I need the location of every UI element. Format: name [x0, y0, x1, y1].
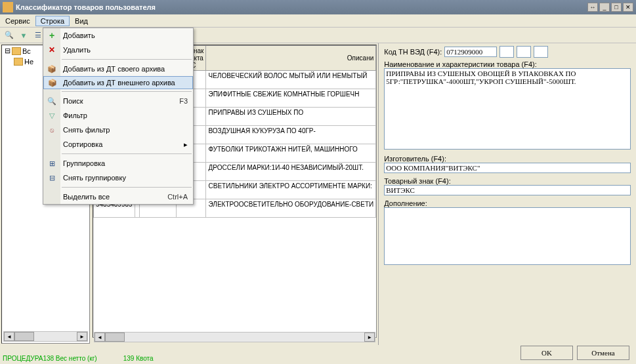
menu-item[interactable]: 🔍ПоискF3	[43, 94, 193, 108]
menu-item[interactable]: ✕Удалить	[43, 43, 193, 57]
folder-icon	[14, 58, 23, 66]
grid-scrollbar[interactable]: ◄ ►	[94, 332, 375, 342]
folder-icon	[12, 47, 21, 55]
menu-item-label: Сортировка	[63, 140, 102, 148]
menu-item[interactable]: ⍉Снять фильтр	[43, 123, 193, 137]
status-left: ПРОЦЕДУРА138 Вес нетто (кг)	[3, 355, 97, 364]
status-bar: ПРОЦЕДУРА138 Вес нетто (кг) 139 Квота	[0, 355, 636, 364]
menu-item[interactable]: 📦Добавить из ДТ внешнего архива	[43, 76, 193, 89]
plus-icon: +	[47, 30, 57, 41]
menu-item[interactable]: ⊞Группировка	[43, 156, 193, 171]
scroll-thumb[interactable]	[105, 333, 125, 342]
context-menu: +Добавить✕Удалить📦Добавить из ДТ своего …	[43, 28, 194, 205]
menu-item[interactable]: 📦Добавить из ДТ своего архива	[43, 62, 193, 76]
menu-view[interactable]: Вид	[70, 16, 93, 26]
add-textarea[interactable]	[384, 207, 631, 265]
menu-item-label: Снять фильтр	[63, 126, 110, 134]
toolbar-search-icon[interactable]: 🔍	[3, 29, 16, 42]
x-icon: ✕	[47, 45, 57, 55]
menu-item-label: Удалить	[63, 46, 91, 54]
toolbar-filter-icon[interactable]: ▼	[17, 29, 30, 42]
menu-item-label: Поиск	[63, 97, 83, 105]
maximize-button[interactable]: □	[611, 3, 622, 12]
scroll-left-icon[interactable]: ◄	[4, 332, 14, 341]
tm-input[interactable]	[384, 185, 631, 195]
scroll-thumb[interactable]	[14, 332, 34, 341]
maker-input[interactable]	[384, 163, 631, 173]
menu-item-label: Добавить из ДТ внешнего архива	[63, 79, 175, 87]
tm-label: Товарный знак (F4):	[384, 177, 450, 185]
menu-item-label: Снять группировку	[63, 174, 126, 182]
box-icon: 📦	[47, 77, 58, 88]
status-right: 139 Квота	[123, 355, 154, 364]
shortcut-label: Ctrl+A	[167, 193, 188, 201]
menu-item-label: Фильтр	[63, 111, 87, 119]
scroll-right-icon[interactable]: ►	[364, 333, 375, 342]
scroll-right-icon[interactable]: ►	[77, 332, 87, 341]
box-icon: 📦	[47, 64, 57, 74]
submenu-arrow-icon: ▸	[184, 140, 188, 149]
titlebar: Классификатор товаров пользователя ↔ _ □…	[0, 0, 636, 14]
menu-item-label: Добавить из ДТ своего архива	[63, 65, 165, 73]
detail-panel: Код ТН ВЭД (F4): Наименование и характер…	[378, 43, 636, 345]
maker-label: Изготовитель (F4):	[384, 155, 446, 163]
menu-item-label: Выделить все	[63, 193, 110, 201]
minimize-button[interactable]: _	[599, 3, 610, 12]
menu-service[interactable]: Сервис	[0, 16, 35, 26]
menubar: Сервис Строка Вид	[0, 14, 636, 28]
code-box-1[interactable]	[499, 46, 514, 58]
menu-item[interactable]: Сортировка▸	[43, 137, 193, 152]
menu-item-label: Группировка	[63, 159, 105, 167]
add-label: Дополнение:	[384, 199, 427, 207]
menu-item[interactable]: Выделить всеCtrl+A	[43, 190, 193, 204]
swap-icon[interactable]: ↔	[587, 3, 598, 12]
menu-item[interactable]: ▽Фильтр	[43, 108, 193, 123]
window-title: Классификатор товаров пользователя	[16, 3, 587, 11]
menu-item[interactable]: +Добавить	[43, 28, 193, 43]
search-icon: 🔍	[47, 96, 57, 106]
code-label: Код ТН ВЭД (F4):	[384, 48, 442, 56]
scroll-left-icon[interactable]: ◄	[95, 333, 105, 342]
name-label: Наименование и характеристики товара (F4…	[384, 60, 537, 68]
ungroup-icon: ⊟	[47, 172, 57, 183]
col-desc[interactable]: Описани	[206, 46, 376, 71]
close-button[interactable]: ✕	[623, 3, 633, 12]
code-box-2[interactable]	[517, 46, 531, 58]
app-icon	[3, 2, 13, 12]
shortcut-label: F3	[179, 97, 188, 105]
menu-item[interactable]: ⊟Снять группировку	[43, 171, 193, 185]
name-textarea[interactable]: ПРИПРАВЫ ИЗ СУШЕНЫХ ОВОЩЕЙ В УПАКОВКАХ П…	[384, 68, 631, 150]
menu-item-label: Добавить	[63, 31, 95, 39]
menu-row[interactable]: Строка	[35, 16, 70, 26]
group-icon: ⊞	[47, 158, 57, 169]
tree-scrollbar[interactable]: ◄ ►	[3, 331, 88, 342]
code-input[interactable]	[444, 47, 497, 57]
funnel-icon: ▽	[47, 110, 57, 121]
nofunnel-icon: ⍉	[47, 125, 57, 135]
code-box-3[interactable]	[534, 46, 548, 58]
